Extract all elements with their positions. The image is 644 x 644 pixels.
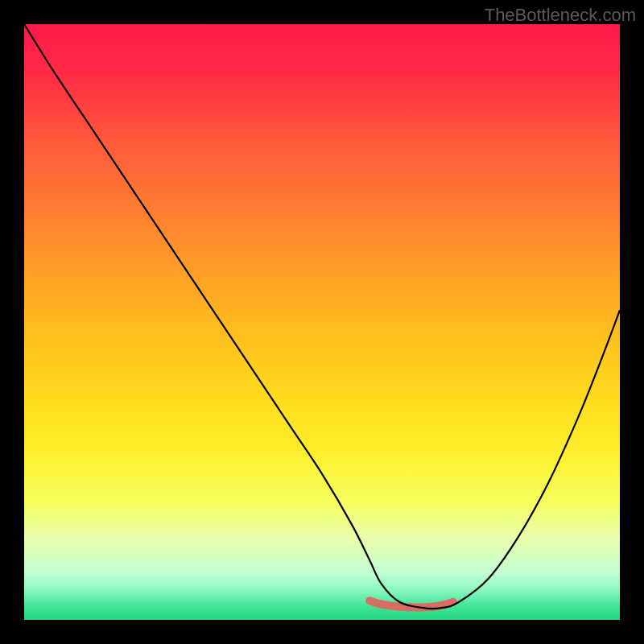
bottleneck-curve-line bbox=[24, 24, 620, 609]
chart-lines bbox=[24, 24, 620, 620]
chart-plot-area bbox=[24, 24, 620, 620]
watermark-text: TheBottleneck.com bbox=[485, 5, 636, 26]
